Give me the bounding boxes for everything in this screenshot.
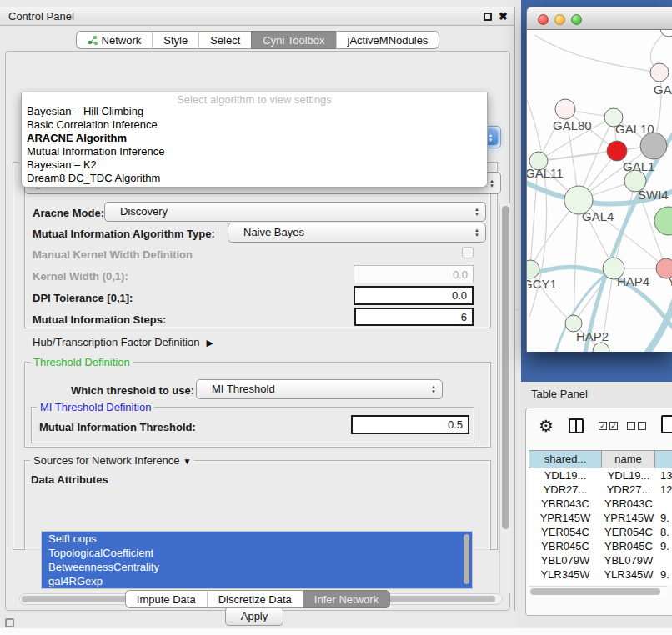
manual-kernel-checkbox[interactable] xyxy=(462,247,474,258)
data-attributes-list: SelfLoops TopologicalCoefficient Between… xyxy=(41,531,473,589)
column-header-name[interactable]: name xyxy=(602,450,655,468)
kernel-width-field[interactable]: 0.0 xyxy=(354,265,474,283)
apply-button[interactable]: Apply xyxy=(225,607,283,626)
network-node-gray[interactable] xyxy=(640,132,667,159)
cyni-toolbox-panel: ▲▼ gal-filtered.sif default node ▲▼ Sele… xyxy=(5,51,510,611)
table-row[interactable]: YER054CYER054C8. xyxy=(529,525,672,539)
network-node-gal[interactable] xyxy=(650,63,669,82)
bottom-tabbar: Impute Data Discretize Data Infer Networ… xyxy=(0,590,515,608)
mi-type-combobox[interactable]: Naive Bayes ▲▼ xyxy=(228,222,486,242)
network-node[interactable] xyxy=(593,342,609,352)
table-row[interactable]: YLR345WYLR345W9. xyxy=(529,568,672,582)
which-threshold-combobox[interactable]: MI Threshold ▲▼ xyxy=(196,379,443,399)
column-header-shared-name[interactable]: shared... xyxy=(529,450,602,468)
dropdown-item[interactable]: Basic Correlation Inference xyxy=(22,118,487,132)
table-header-row: shared... name xyxy=(529,450,672,468)
dropdown-item-selected[interactable]: ARACNE Algorithm xyxy=(22,132,487,145)
node-label: GAL xyxy=(654,82,672,97)
list-item[interactable]: TopologicalCoefficient xyxy=(42,546,472,560)
table-row[interactable]: YPR145WYPR145W9. xyxy=(529,511,672,525)
mi-type-label: Mutual Information Algorithm Type: xyxy=(33,228,215,240)
columns-icon[interactable] xyxy=(569,418,584,433)
mi-steps-field[interactable]: 6 xyxy=(354,308,474,326)
table-row[interactable]: YBR043CYBR043C xyxy=(529,497,672,511)
list-item[interactable]: SelfLoops xyxy=(42,532,472,546)
node-label: GAL1 xyxy=(623,159,654,173)
dropdown-item[interactable]: Bayesian – K2 xyxy=(22,158,487,172)
mi-type-value: Naive Bayes xyxy=(243,226,304,238)
close-window-icon[interactable] xyxy=(538,14,549,25)
network-node-gal80[interactable] xyxy=(555,99,575,119)
tab-discretize-data[interactable]: Discretize Data xyxy=(207,590,303,608)
tab-cyni-toolbox[interactable]: Cyni Toolbox xyxy=(251,31,335,49)
table-horizontal-scrollbar[interactable] xyxy=(529,586,667,596)
hub-definition-label: Hub/Transcription Factor Definition xyxy=(33,336,199,348)
network-window-titlebar[interactable] xyxy=(526,7,672,30)
dropdown-item[interactable]: Mutual Information Inference xyxy=(22,145,487,158)
list-item[interactable]: BetweennessCentrality xyxy=(42,560,472,574)
float-icon[interactable] xyxy=(484,12,492,21)
table-row[interactable]: YBL079WYBL079W xyxy=(529,553,672,568)
mi-steps-label: Mutual Information Steps: xyxy=(33,313,166,326)
mi-threshold-value: 0.5 xyxy=(448,418,463,431)
column-header[interactable] xyxy=(655,450,672,468)
tab-label: jActiveMNodules xyxy=(348,32,429,49)
dropdown-item[interactable]: Bayesian – Hill Climbing xyxy=(22,105,487,118)
node-label: GCY1 xyxy=(527,277,557,291)
node-table: shared... name YDL19...YDL19...13 YDR27.… xyxy=(529,450,672,585)
list-item[interactable]: gal4RGexp xyxy=(42,574,472,588)
table-row[interactable]: YDL19...YDL19...13 xyxy=(529,468,672,482)
tab-label: Discretize Data xyxy=(218,591,292,608)
settings-vertical-scrollbar[interactable] xyxy=(499,203,510,593)
gear-icon[interactable]: ⚙ xyxy=(539,416,554,436)
splitter-handle[interactable]: ∙∙ xyxy=(516,308,519,313)
network-node-green[interactable] xyxy=(654,207,672,235)
tab-network[interactable]: Network xyxy=(76,31,153,49)
mi-threshold-field[interactable]: 0.5 xyxy=(351,415,469,434)
select-all-columns-icon[interactable]: ✓ ✓ xyxy=(599,422,618,430)
scrollbar-thumb[interactable] xyxy=(530,588,660,595)
checked-box-icon: ✓ xyxy=(609,422,618,430)
table-row[interactable]: YDR27...YDR27...12 xyxy=(529,482,672,497)
dpi-tolerance-label: DPI Tolerance [0,1]: xyxy=(33,292,133,304)
list-scrollbar[interactable] xyxy=(464,534,469,584)
tab-label: Impute Data xyxy=(137,591,196,608)
aracne-mode-combobox[interactable]: Discovery ▲▼ xyxy=(104,202,486,222)
tab-jactivemnodules[interactable]: jActiveMNodules xyxy=(336,31,440,49)
dpi-tolerance-field[interactable]: 0.0 xyxy=(354,286,474,305)
minimize-window-icon[interactable] xyxy=(554,14,565,25)
mi-threshold-label: Mutual Information Threshold: xyxy=(39,421,196,433)
aracne-mode-label: Aracne Mode: xyxy=(33,207,104,219)
scrollbar-thumb[interactable] xyxy=(502,206,509,529)
table-panel-title: Table Panel xyxy=(531,388,588,400)
tab-label: Infer Network xyxy=(314,591,379,608)
document-icon[interactable] xyxy=(661,415,672,433)
hub-definition-toggle[interactable]: Hub/Transcription Factor Definition▶ xyxy=(33,336,213,348)
network-canvas[interactable]: GAL GAL80 GAL10 GAL1 GAL11 SWI4 GAL4 GCY… xyxy=(526,30,672,352)
tab-impute-data[interactable]: Impute Data xyxy=(125,590,207,608)
table-row[interactable]: YBR045CYBR045C9. xyxy=(529,539,672,553)
combobox-stepper-icon: ▲▼ xyxy=(431,380,436,398)
network-node-gal1-selected[interactable] xyxy=(607,141,627,161)
sources-toggle[interactable]: Sources for Network Inference▼ xyxy=(30,454,194,467)
tab-label: Select xyxy=(210,32,240,49)
table-toolbar: ⚙ ✓ ✓ xyxy=(525,414,672,442)
unchecked-box-icon xyxy=(638,422,646,430)
network-window: GAL GAL80 GAL10 GAL1 GAL11 SWI4 GAL4 GCY… xyxy=(526,7,672,352)
table-body[interactable]: YDL19...YDL19...13 YDR27...YDR27...12 YB… xyxy=(529,468,672,585)
tab-select[interactable]: Select xyxy=(198,31,251,49)
tab-infer-network[interactable]: Infer Network xyxy=(303,590,390,608)
deselect-all-columns-icon[interactable] xyxy=(627,422,646,430)
mi-steps-value: 6 xyxy=(461,311,467,323)
dropdown-item[interactable]: Dream8 DC_TDC Algorithm xyxy=(22,172,487,185)
network-node-gcy1[interactable] xyxy=(527,260,539,278)
top-tabbar: Network Style Select Cyni Toolbox jActiv… xyxy=(0,31,515,49)
close-icon[interactable]: ✖ xyxy=(499,9,508,24)
node-label: GAL4 xyxy=(582,209,614,223)
tab-style[interactable]: Style xyxy=(152,31,198,49)
zoom-window-icon[interactable] xyxy=(571,14,582,25)
node-label: HAP4 xyxy=(617,274,649,288)
table-row[interactable]: YIL052CYIL052C9. xyxy=(529,582,672,585)
minimized-panel-icon[interactable] xyxy=(5,618,14,628)
traffic-lights xyxy=(538,14,582,25)
